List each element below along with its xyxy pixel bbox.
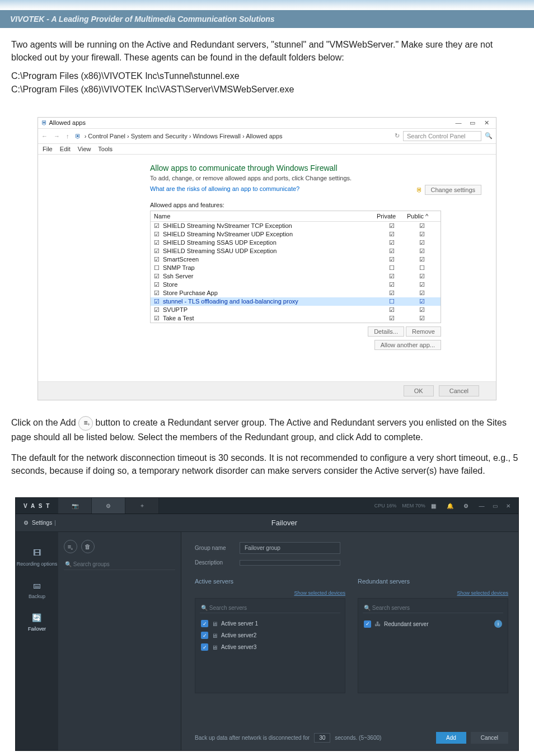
show-selected-link-redundant[interactable]: Show selected devices (358, 590, 508, 596)
col-name[interactable]: Name (154, 213, 377, 220)
public-checkbox[interactable]: ☑ (407, 256, 437, 263)
search-active-servers[interactable]: 🔍 Search servers (200, 603, 340, 613)
row-checkbox[interactable]: ☑ (154, 306, 163, 314)
breadcrumb[interactable]: › Control Panel › System and Security › … (85, 133, 391, 139)
allow-another-app-button[interactable]: Allow another app... (374, 340, 441, 350)
server-checkbox[interactable]: ✓ (364, 620, 371, 628)
tab-add[interactable]: ＋ (125, 498, 159, 514)
table-row[interactable]: ☑SHIELD Streaming NvStreamer TCP Excepti… (151, 222, 441, 230)
private-checkbox[interactable]: ☑ (377, 273, 407, 280)
row-checkbox[interactable]: ☑ (154, 248, 163, 255)
delete-group-button[interactable]: 🗑 (81, 540, 95, 553)
cancel-button[interactable]: Cancel (471, 732, 508, 744)
sidebar-item-recording[interactable]: 🎞 Recording options (17, 547, 58, 567)
minimize-icon[interactable]: — (479, 503, 488, 509)
refresh-icon[interactable]: ↻ (395, 132, 400, 139)
menu-file[interactable]: File (43, 146, 53, 152)
private-checkbox[interactable]: ☑ (377, 239, 407, 246)
menu-edit[interactable]: Edit (60, 146, 71, 152)
maximize-icon[interactable]: ▭ (466, 119, 479, 127)
close-icon[interactable]: ✕ (506, 503, 514, 509)
bell-icon[interactable]: 🔔 (447, 503, 458, 509)
change-settings-button[interactable]: Change settings (425, 185, 482, 195)
sidebar-item-failover[interactable]: 🔄 Failover (28, 612, 46, 632)
add-button[interactable]: Add (436, 732, 466, 744)
private-checkbox[interactable]: ☐ (377, 298, 407, 305)
remove-button[interactable]: Remove (406, 326, 441, 337)
menu-tools[interactable]: Tools (98, 146, 113, 152)
row-checkbox[interactable]: ☑ (154, 222, 163, 230)
search-redundant-servers[interactable]: 🔍 Search servers (363, 603, 503, 613)
row-checkbox[interactable]: ☑ (154, 256, 163, 263)
minimize-icon[interactable]: — (452, 119, 465, 126)
private-checkbox[interactable]: ☑ (377, 248, 407, 255)
row-checkbox[interactable]: ☑ (154, 298, 163, 305)
table-row[interactable]: ☑Store☑☑ (151, 281, 441, 289)
table-row[interactable]: ☑Store Purchase App☑☑ (151, 289, 441, 297)
server-checkbox[interactable]: ✓ (201, 620, 208, 627)
public-checkbox[interactable]: ☑ (407, 306, 437, 314)
sidebar-item-backup[interactable]: 🖴 Backup (29, 579, 45, 599)
list-item[interactable]: ✓🖥Active server2 (200, 629, 340, 641)
table-row[interactable]: ☑SVUPTP☑☑ (151, 306, 441, 314)
private-checkbox[interactable]: ☑ (377, 231, 407, 238)
list-item[interactable]: ✓🖥Active server3 (200, 641, 340, 653)
info-icon[interactable]: i (494, 620, 502, 628)
window-buttons[interactable]: — ▭ ✕ (452, 119, 493, 127)
private-checkbox[interactable]: ☑ (377, 306, 407, 314)
list-item[interactable]: ✓🖥Active server 1 (200, 618, 340, 629)
settings-gear-icon[interactable]: ⚙ (463, 503, 473, 509)
table-row[interactable]: ☑stunnel - TLS offloading and load-balan… (151, 297, 441, 306)
ok-button[interactable]: OK (404, 385, 434, 396)
details-button[interactable]: Details... (368, 326, 404, 337)
backup-timeout-input[interactable]: 30 (314, 733, 330, 743)
private-checkbox[interactable]: ☑ (377, 222, 407, 230)
public-checkbox[interactable]: ☑ (407, 298, 437, 305)
settings-home-icon[interactable]: ⚙ (24, 520, 29, 526)
row-checkbox[interactable]: ☑ (154, 315, 163, 322)
table-row[interactable]: ☑Ssh Server☑☑ (151, 272, 441, 281)
public-checkbox[interactable]: ☑ (407, 315, 437, 322)
public-checkbox[interactable]: ☑ (407, 281, 437, 288)
row-checkbox[interactable]: ☑ (154, 273, 163, 280)
row-checkbox[interactable]: ☑ (154, 231, 163, 238)
private-checkbox[interactable]: ☑ (377, 281, 407, 288)
private-checkbox[interactable]: ☑ (377, 256, 407, 263)
public-checkbox[interactable]: ☑ (407, 222, 437, 230)
public-checkbox[interactable]: ☑ (407, 248, 437, 255)
tab-camera[interactable]: 📷 (58, 498, 92, 514)
table-row[interactable]: ☑SHIELD Streaming NvStreamer UDP Excepti… (151, 230, 441, 239)
close-icon[interactable]: ✕ (480, 119, 493, 127)
tab-settings[interactable]: ⚙ (92, 498, 125, 514)
table-row[interactable]: ☑SmartScreen☑☑ (151, 255, 441, 264)
server-checkbox[interactable]: ✓ (201, 643, 208, 651)
add-group-button[interactable]: ≡+ (64, 540, 77, 553)
private-checkbox[interactable]: ☑ (377, 315, 407, 322)
row-checkbox[interactable]: ☑ (154, 281, 163, 288)
table-row[interactable]: ☐SNMP Trap☐☐ (151, 264, 441, 272)
window-menubar[interactable]: File Edit View Tools (38, 144, 496, 155)
private-checkbox[interactable]: ☐ (377, 264, 407, 272)
risks-link[interactable]: What are the risks of allowing an app to… (150, 185, 416, 192)
nav-back-forward[interactable]: ← → ↑ (41, 133, 72, 139)
public-checkbox[interactable]: ☐ (407, 264, 437, 272)
row-checkbox[interactable]: ☐ (154, 264, 163, 272)
server-checkbox[interactable]: ✓ (201, 632, 208, 639)
description-input[interactable] (240, 560, 340, 566)
table-row[interactable]: ☑SHIELD Streaming SSAS UDP Exception☑☑ (151, 239, 441, 247)
row-checkbox[interactable]: ☑ (154, 290, 163, 297)
maximize-icon[interactable]: ▭ (493, 503, 501, 509)
public-checkbox[interactable]: ☑ (407, 231, 437, 238)
col-public[interactable]: Public ^ (407, 213, 437, 220)
public-checkbox[interactable]: ☑ (407, 290, 437, 297)
cancel-button[interactable]: Cancel (439, 385, 479, 396)
crumb-settings[interactable]: Settings (32, 520, 52, 526)
search-groups-input[interactable]: 🔍 Search groups (64, 559, 175, 570)
grid-icon[interactable]: ▦ (431, 503, 441, 509)
show-selected-link-active[interactable]: Show selected devices (195, 590, 345, 596)
public-checkbox[interactable]: ☑ (407, 239, 437, 246)
search-icon[interactable]: 🔍 (485, 132, 493, 139)
public-checkbox[interactable]: ☑ (407, 273, 437, 280)
list-item[interactable]: ✓🖧Redundant serveri (363, 618, 503, 630)
menu-view[interactable]: View (78, 146, 91, 152)
